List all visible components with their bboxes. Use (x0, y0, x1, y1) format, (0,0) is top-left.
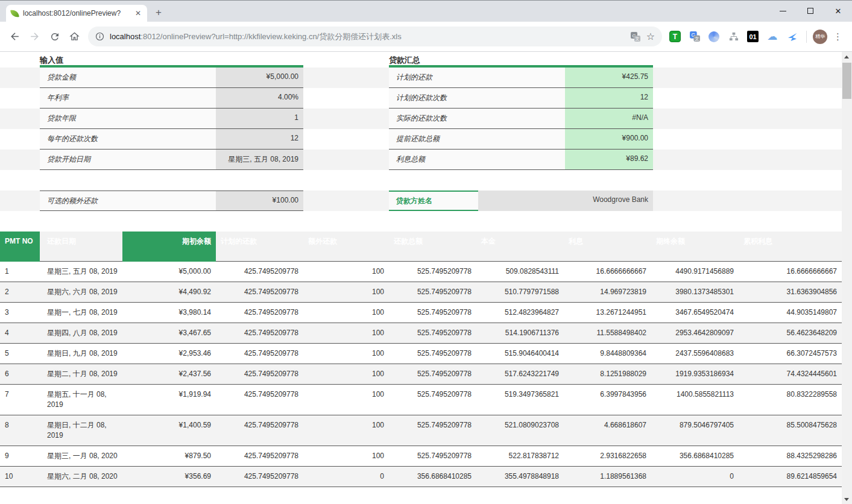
translate-icon: G文 (689, 31, 701, 42)
table-cell: 8 (0, 415, 40, 446)
table-cell: 1919.9353186934 (651, 364, 739, 385)
url-bar[interactable]: localhost:8012/onlinePreview?url=http://… (88, 27, 662, 46)
table-cell: 10 (0, 467, 40, 487)
summary-value: #N/A (565, 109, 653, 128)
table-cell: 1400.5855821113 (651, 385, 739, 415)
table-row: 4星期四, 八月 08, 2019¥3,467.65425.7495209778… (0, 323, 842, 344)
scroll-up-icon[interactable] (842, 52, 852, 62)
menu-kebab-icon[interactable]: ⋮ (827, 31, 847, 42)
table-cell: 3 (0, 303, 40, 323)
input-label: 每年的还款次数 (40, 129, 216, 149)
window-controls: ✕ (769, 1, 852, 21)
table-cell: 425.7495209778 (216, 385, 303, 415)
home-button[interactable] (65, 27, 84, 46)
table-cell: 100 (303, 446, 389, 467)
table-row: 10星期六, 二月 08, 2020¥356.69425.74952097780… (0, 467, 842, 487)
date-badge-extension-icon[interactable]: 01 (747, 31, 759, 42)
table-cell: 2.9316822658 (564, 446, 651, 467)
translate-page-icon[interactable]: G文 (630, 31, 641, 42)
new-tab-button[interactable]: + (151, 5, 166, 20)
table-cell: 1.1889561368 (564, 467, 651, 487)
table-row: 9星期三, 一月 08, 2020¥879.50425.749520977810… (0, 446, 842, 467)
tampermonkey-icon[interactable]: T (669, 31, 681, 42)
close-button[interactable]: ✕ (824, 1, 852, 21)
vertical-scrollbar[interactable] (842, 52, 852, 504)
summary-label: 计划的还款 (389, 68, 565, 87)
page-content: 输入值 贷款汇总 贷款金额¥5,000.00 计划的还款¥425.75 年利率4… (0, 52, 852, 504)
page-info-icon[interactable] (95, 32, 104, 41)
spacer-row (0, 211, 842, 232)
table-row: 8星期日, 十二月 08, 2019¥1,400.59425.749520977… (0, 415, 842, 446)
table-cell: 514.1906711376 (476, 323, 564, 344)
extra-payment-label: 可选的额外还款 (40, 191, 216, 210)
column-header: 还款日期 (40, 232, 122, 262)
bird-extension-icon[interactable] (786, 31, 798, 43)
summary-value: ¥425.75 (565, 68, 653, 87)
table-cell: ¥3,980.14 (122, 303, 216, 323)
table-cell: 355.4978848918 (476, 467, 564, 487)
input-value: ¥5,000.00 (216, 68, 303, 87)
table-cell: ¥356.69 (122, 467, 216, 487)
table-cell: 星期日, 九月 08, 2019 (40, 344, 122, 364)
table-cell: 88.4325298286 (739, 446, 842, 467)
profile-avatar[interactable]: 精华 (813, 30, 827, 44)
table-cell: 525.7495209778 (389, 385, 476, 415)
summary-section-title: 贷款汇总 (389, 52, 653, 68)
minimize-button[interactable] (769, 1, 797, 21)
url-text: localhost:8012/onlinePreview?url=http://… (110, 31, 625, 42)
table-cell: ¥3,467.65 (122, 323, 216, 344)
table-cell: 16.6666666667 (739, 262, 842, 282)
forward-button[interactable] (25, 27, 45, 46)
table-cell: ¥1,400.59 (122, 415, 216, 446)
table-cell: 525.7495209778 (389, 364, 476, 385)
sitemap-extension-icon[interactable] (727, 31, 739, 43)
column-header: PMT NO (0, 232, 40, 262)
swirl-extension-icon[interactable] (708, 31, 719, 42)
maximize-button[interactable] (797, 1, 824, 21)
translate-extension-icon[interactable]: G文 (689, 31, 701, 43)
table-cell: 31.6363904856 (739, 282, 842, 303)
browser-tab[interactable]: localhost:8012/onlinePreview? ✕ (6, 5, 147, 22)
summary-label: 提前还款总额 (389, 129, 565, 149)
minimize-icon (780, 11, 786, 11)
table-cell: 100 (303, 323, 389, 344)
table-cell: ¥879.50 (122, 446, 216, 467)
table-cell: 0 (651, 467, 739, 487)
table-cell: 0 (303, 467, 389, 487)
input-value: 4.00% (216, 88, 303, 108)
section-title-row: 输入值 贷款汇总 (0, 52, 842, 68)
table-cell: 星期三, 五月 08, 2019 (40, 262, 122, 282)
table-cell: 425.7495209778 (216, 415, 303, 446)
back-icon (9, 31, 21, 42)
input-summary-row: 贷款金额¥5,000.00 计划的还款¥425.75 (0, 68, 842, 88)
table-row: 1星期三, 五月 08, 2019¥5,000.00425.7495209778… (0, 262, 842, 282)
table-cell: ¥1,919.94 (122, 385, 216, 415)
cloud-extension-icon[interactable]: ☁ (766, 31, 778, 43)
spring-leaf-favicon (10, 9, 19, 18)
summary-label: 计划的还款次数 (389, 88, 565, 108)
table-cell: ¥2,437.56 (122, 364, 216, 385)
table-cell: 星期六, 六月 08, 2019 (40, 282, 122, 303)
column-header: 期初余额 (122, 232, 216, 262)
table-cell: 44.9035149807 (739, 303, 842, 323)
scrollbar-thumb[interactable] (842, 63, 851, 99)
table-cell: 517.6243221749 (476, 364, 564, 385)
reload-button[interactable] (45, 27, 65, 46)
bookmark-star-icon[interactable]: ☆ (646, 31, 655, 42)
summary-label: 实际的还款次数 (389, 109, 565, 128)
url-host: localhost (110, 32, 140, 41)
table-cell: 879.5046797405 (651, 415, 739, 446)
table-cell: 6 (0, 364, 40, 385)
table-cell: 356.6868410285 (389, 467, 476, 487)
back-button[interactable] (5, 27, 25, 46)
scroll-down-icon[interactable] (842, 494, 852, 504)
spacer-row (0, 170, 842, 191)
input-summary-row: 贷款年限1 实际的还款次数#N/A (0, 109, 842, 129)
tab-close-icon[interactable]: ✕ (134, 9, 142, 17)
inputs-section-title: 输入值 (40, 52, 303, 68)
tab-title: localhost:8012/onlinePreview? (23, 9, 130, 17)
table-cell: 525.7495209778 (389, 282, 476, 303)
table-cell: 100 (303, 364, 389, 385)
reload-icon (49, 31, 60, 42)
table-row: 5星期日, 九月 08, 2019¥2,953.46425.7495209778… (0, 344, 842, 364)
